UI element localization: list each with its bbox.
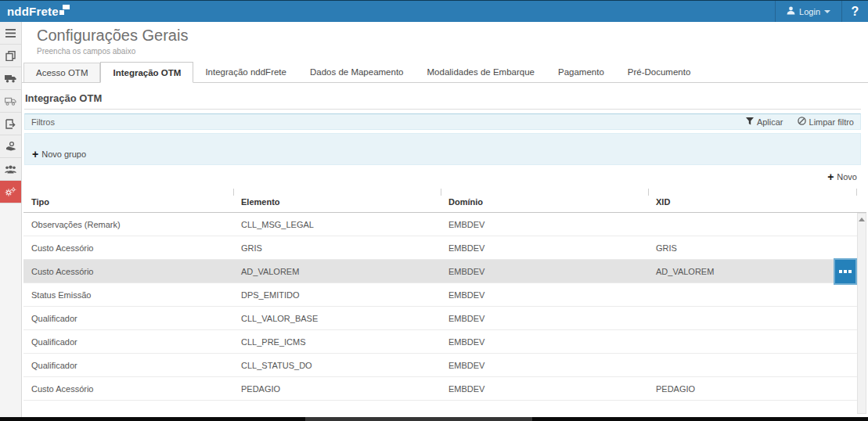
truck-outline-icon bbox=[5, 97, 16, 106]
clear-filter-button[interactable]: Limpar filtro bbox=[798, 117, 854, 127]
cell-tipo: Status Emissão bbox=[23, 283, 233, 306]
user-icon bbox=[787, 6, 795, 16]
documents-icon bbox=[5, 51, 16, 61]
section-title: Integração OTM bbox=[25, 92, 868, 104]
hand-coin-icon bbox=[5, 142, 16, 151]
circle-slash-icon bbox=[798, 117, 806, 127]
row-actions-button[interactable] bbox=[834, 258, 857, 285]
plus-icon: + bbox=[32, 150, 38, 158]
sidebar-item-export[interactable] bbox=[0, 113, 21, 135]
sidebar-item-settings[interactable] bbox=[0, 181, 21, 203]
cell-dominio: EMBDEV bbox=[441, 330, 648, 353]
tab-pagamento[interactable]: Pagamento bbox=[546, 63, 616, 82]
table-row[interactable]: Qualificador CLL_VALOR_BASE EMBDEV bbox=[23, 307, 857, 330]
cell-xid bbox=[648, 354, 857, 376]
cell-xid: AD_VALOREM bbox=[648, 260, 857, 282]
table-row[interactable]: Custo Acessório PEDAGIO EMBDEV PEDAGIO bbox=[23, 377, 857, 401]
column-header-tipo[interactable]: Tipo bbox=[23, 189, 233, 212]
cell-xid bbox=[648, 307, 857, 329]
page-title: Configurações Gerais bbox=[37, 27, 868, 45]
column-header-dominio[interactable]: Domínio bbox=[441, 189, 648, 212]
cell-xid: PEDAGIO bbox=[648, 377, 857, 400]
new-record-label: Novo bbox=[837, 172, 857, 182]
top-header: nddFrete Login ? bbox=[0, 0, 868, 22]
clear-filter-label: Limpar filtro bbox=[809, 117, 854, 127]
sidebar-item-hand-coin[interactable] bbox=[0, 135, 21, 158]
cell-tipo: Custo Acessório bbox=[23, 377, 233, 400]
data-grid: Tipo Elemento Domínio XID Observações (R… bbox=[23, 189, 866, 416]
cell-tipo: Qualificador bbox=[23, 307, 233, 329]
ellipsis-icon bbox=[848, 270, 852, 273]
tab-integracao-nddfrete[interactable]: Integração nddFrete bbox=[193, 63, 298, 82]
table-row[interactable]: Qualificador CLL_STATUS_DO EMBDEV bbox=[23, 354, 857, 377]
table-row[interactable]: Custo Acessório GRIS EMBDEV GRIS bbox=[23, 236, 857, 260]
cell-tipo: Qualificador bbox=[23, 354, 233, 376]
cell-dominio: EMBDEV bbox=[441, 307, 648, 329]
tab-dados-de-mapeamento[interactable]: Dados de Mapeamento bbox=[298, 63, 416, 82]
cell-dominio: EMBDEV bbox=[441, 354, 648, 376]
tab-integracao-otm[interactable]: Integração OTM bbox=[100, 62, 193, 83]
cell-elemento: PEDAGIO bbox=[233, 377, 441, 400]
app-logo: nddFrete bbox=[0, 2, 70, 22]
tab-bar: Acesso OTM Integração OTM Integração ndd… bbox=[22, 62, 868, 83]
sidebar-item-truck[interactable] bbox=[0, 67, 21, 90]
cell-elemento: CLL_VALOR_BASE bbox=[233, 307, 441, 329]
sidebar-item-users[interactable] bbox=[0, 158, 21, 181]
filters-bar: Filtros Aplicar Limpar filtro bbox=[24, 113, 861, 130]
filter-group-panel: + Novo grupo bbox=[24, 133, 861, 165]
plus-icon: + bbox=[827, 173, 834, 181]
grid-header-row: Tipo Elemento Domínio XID bbox=[23, 189, 866, 213]
cell-dominio: EMBDEV bbox=[441, 377, 648, 400]
apply-filter-label: Aplicar bbox=[757, 117, 783, 127]
new-group-button[interactable]: + Novo grupo bbox=[32, 149, 86, 159]
login-label: Login bbox=[799, 7, 820, 16]
table-row[interactable]: Observações (Remark) CLL_MSG_LEGAL EMBDE… bbox=[23, 213, 857, 236]
cell-elemento: CLL_MSG_LEGAL bbox=[233, 213, 441, 236]
sidebar-item-truck-outline[interactable] bbox=[0, 90, 21, 113]
truck-icon bbox=[5, 74, 16, 83]
tab-acesso-otm[interactable]: Acesso OTM bbox=[23, 63, 100, 82]
cell-tipo: Observações (Remark) bbox=[23, 213, 233, 236]
table-row[interactable]: Status Emissão DPS_EMITIDO EMBDEV bbox=[23, 283, 857, 307]
horizontal-scrollbar-thumb[interactable] bbox=[305, 417, 532, 421]
apply-filter-button[interactable]: Aplicar bbox=[746, 117, 783, 127]
column-header-xid[interactable]: XID bbox=[648, 189, 866, 212]
tab-pre-documento[interactable]: Pré-Documento bbox=[616, 63, 703, 82]
cell-dominio: EMBDEV bbox=[441, 283, 648, 306]
sidebar-item-menu[interactable] bbox=[0, 22, 21, 45]
cell-elemento: CLL_PRE_ICMS bbox=[233, 330, 441, 353]
vertical-scrollbar[interactable] bbox=[857, 213, 866, 414]
gears-settings-icon bbox=[5, 187, 16, 196]
cell-dominio: EMBDEV bbox=[441, 236, 648, 259]
cell-xid bbox=[648, 283, 857, 306]
cell-elemento: CLL_STATUS_DO bbox=[233, 354, 441, 376]
logo-text: nddFrete bbox=[7, 2, 59, 22]
filters-title: Filtros bbox=[31, 117, 55, 127]
cell-dominio: EMBDEV bbox=[441, 213, 648, 236]
cell-xid: GRIS bbox=[648, 236, 857, 259]
help-button[interactable]: ? bbox=[841, 1, 868, 22]
cell-elemento: GRIS bbox=[233, 236, 441, 259]
cell-dominio: EMBDEV bbox=[441, 260, 648, 282]
ellipsis-icon bbox=[844, 270, 847, 273]
page-subtitle: Preencha os campos abaixo bbox=[37, 47, 868, 56]
tab-modalidades-de-embarque[interactable]: Modalidades de Embarque bbox=[416, 63, 546, 82]
horizontal-scrollbar[interactable] bbox=[0, 417, 868, 421]
column-header-elemento[interactable]: Elemento bbox=[233, 189, 441, 212]
scroll-up-icon bbox=[859, 218, 865, 221]
table-row-selected[interactable]: Custo Acessório AD_VALOREM EMBDEV AD_VAL… bbox=[23, 260, 857, 283]
users-group-icon bbox=[5, 165, 16, 174]
table-row[interactable]: Qualificador CLL_PRE_ICMS EMBDEV bbox=[23, 330, 857, 354]
chevron-down-icon bbox=[824, 10, 830, 13]
cell-xid bbox=[648, 330, 857, 353]
grid-body: Observações (Remark) CLL_MSG_LEGAL EMBDE… bbox=[23, 213, 857, 401]
cell-tipo: Custo Acessório bbox=[23, 260, 233, 282]
new-record-button[interactable]: + Novo bbox=[827, 172, 857, 182]
hamburger-menu-icon bbox=[5, 29, 16, 38]
cell-tipo: Qualificador bbox=[23, 330, 233, 353]
cell-xid bbox=[648, 213, 857, 236]
cell-elemento: AD_VALOREM bbox=[233, 260, 441, 282]
sidebar-item-documents[interactable] bbox=[0, 45, 21, 67]
section-divider bbox=[24, 109, 861, 110]
login-button[interactable]: Login bbox=[775, 1, 841, 22]
